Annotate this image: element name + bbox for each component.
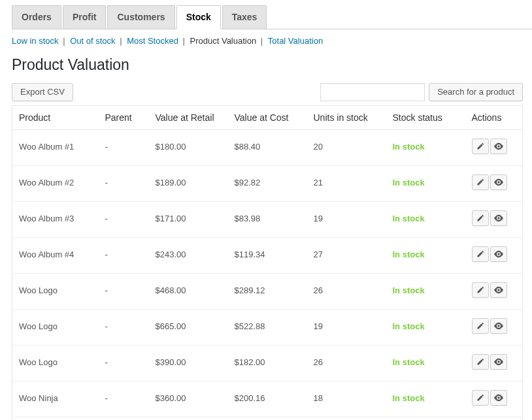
parent-cell: - (99, 166, 149, 202)
table-row: Woo Logo-$468.00$289.1226In stock (12, 274, 523, 310)
export-csv-button[interactable]: Export CSV (12, 83, 73, 101)
status-badge: In stock (393, 393, 425, 403)
edit-button[interactable] (472, 174, 489, 190)
view-button[interactable] (490, 246, 507, 262)
units-cell: 27 (307, 238, 386, 274)
cost-cell: $83.98 (228, 202, 307, 238)
search-input[interactable] (320, 83, 425, 101)
pencil-icon (476, 212, 484, 222)
search-button[interactable]: Search for a product (429, 83, 523, 101)
tab-orders[interactable]: Orders (12, 5, 61, 29)
table-row: Woo Album #1-$180.00$88.4020In stock (12, 130, 523, 166)
view-button[interactable] (490, 174, 507, 190)
actions-cell (465, 274, 523, 310)
eye-icon (494, 176, 503, 186)
retail-cell: $180.00 (149, 130, 228, 166)
cost-cell: $577.92 (228, 417, 307, 421)
cost-cell: $200.16 (228, 381, 307, 417)
parent-cell: - (99, 274, 149, 310)
tab-profit[interactable]: Profit (63, 5, 107, 29)
column-header[interactable]: Stock status (386, 106, 465, 130)
stock-status-cell: In stock (386, 166, 465, 202)
view-button[interactable] (490, 210, 507, 226)
tab-customers[interactable]: Customers (107, 5, 175, 29)
sublink-most-stocked[interactable]: Most Stocked (127, 36, 178, 46)
stock-status-cell: In stock (386, 346, 465, 381)
edit-button[interactable] (472, 282, 489, 298)
eye-icon (494, 392, 503, 402)
table-row: Woo Logo-$665.00$522.8819In stock (12, 310, 523, 346)
column-header[interactable]: Value at Cost (228, 106, 307, 130)
sublink-low-in-stock[interactable]: Low in stock (12, 36, 59, 46)
eye-icon (494, 284, 503, 294)
page-title: Product Valuation (12, 56, 532, 74)
column-header[interactable]: Parent (99, 106, 149, 130)
units-cell: 19 (307, 202, 386, 238)
view-button[interactable] (490, 318, 507, 334)
product-cell: Woo Logo (12, 346, 99, 381)
status-badge: In stock (393, 250, 425, 259)
separator: | (116, 36, 127, 46)
cost-cell: $119.34 (228, 238, 307, 274)
cost-cell: $182.00 (228, 346, 307, 381)
product-cell: Woo Album #4 (12, 238, 99, 274)
edit-button[interactable] (472, 354, 489, 370)
view-button[interactable] (490, 354, 507, 370)
actions-cell (465, 346, 523, 381)
status-badge: In stock (393, 285, 425, 295)
column-header[interactable]: Value at Retail (149, 106, 228, 130)
tab-stock[interactable]: Stock (176, 5, 221, 29)
units-cell: 20 (307, 130, 386, 166)
separator: | (256, 36, 268, 46)
cost-cell: $88.40 (228, 130, 307, 166)
edit-button[interactable] (472, 390, 489, 406)
parent-cell: - (99, 238, 149, 274)
view-button[interactable] (490, 390, 507, 406)
units-cell: 18 (307, 381, 386, 417)
stock-status-cell: In stock (386, 381, 465, 417)
parent-cell: - (99, 202, 149, 238)
stock-status-cell: In stock (386, 202, 465, 238)
sublink-total-valuation[interactable]: Total Valuation (268, 36, 323, 46)
cost-cell: $522.88 (228, 310, 307, 346)
separator: | (59, 36, 71, 46)
edit-button[interactable] (472, 246, 489, 262)
pencil-icon (476, 320, 484, 330)
units-cell: 19 (307, 310, 386, 346)
status-badge: In stock (393, 321, 425, 331)
actions-cell (465, 238, 523, 274)
tab-bar: OrdersProfitCustomersStockTaxes (12, 5, 532, 29)
actions-cell (465, 417, 523, 421)
stock-status-cell: In stock (386, 417, 465, 421)
pencil-icon (476, 140, 484, 150)
parent-cell: - (99, 417, 149, 421)
stock-status-cell: In stock (386, 310, 465, 346)
toolbar: Export CSV Search for a product (12, 83, 523, 101)
edit-button[interactable] (472, 210, 489, 226)
edit-button[interactable] (472, 138, 489, 154)
stock-status-cell: In stock (386, 274, 465, 310)
actions-cell (465, 130, 523, 166)
sublink-out-of-stock[interactable]: Out of stock (70, 36, 115, 46)
product-cell: Woo Ninja (12, 417, 99, 421)
product-cell: Woo Logo (12, 310, 99, 346)
retail-cell: $468.00 (149, 274, 228, 310)
tab-taxes[interactable]: Taxes (222, 5, 267, 29)
table-row: Woo Album #4-$243.00$119.3427In stock (12, 238, 523, 274)
pencil-icon (476, 392, 484, 402)
view-button[interactable] (490, 138, 507, 154)
product-cell: Woo Album #3 (12, 202, 99, 238)
column-header[interactable]: Units in stock (307, 106, 386, 130)
column-header[interactable]: Actions (465, 106, 523, 130)
actions-cell (465, 166, 523, 202)
view-button[interactable] (490, 282, 507, 298)
separator: | (178, 36, 190, 46)
column-header[interactable]: Product (12, 106, 99, 130)
cost-cell: $289.12 (228, 274, 307, 310)
eye-icon (494, 248, 503, 258)
edit-button[interactable] (472, 318, 489, 334)
cost-cell: $92.82 (228, 166, 307, 202)
status-badge: In stock (393, 357, 425, 367)
parent-cell: - (99, 310, 149, 346)
retail-cell: $665.00 (149, 310, 228, 346)
